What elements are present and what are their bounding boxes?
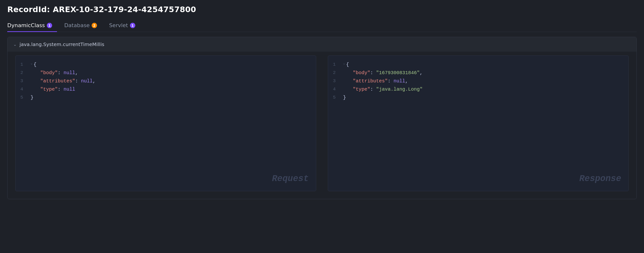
line-num: 5: [20, 94, 28, 101]
request-line-1: 1 ⌄ {: [20, 61, 311, 69]
tab-dynamic-class-badge: 1: [47, 23, 52, 28]
json-key: "body": [353, 69, 370, 77]
request-line-5: 5 }: [20, 94, 311, 102]
tab-servlet-label: Servlet: [109, 22, 128, 28]
json-key: "body": [40, 69, 58, 77]
tab-database-label: Database: [64, 22, 90, 28]
response-line-5: 5 }: [333, 94, 624, 102]
json-key: "attributes": [353, 77, 388, 85]
line-num: 5: [333, 94, 340, 101]
line-num: 1: [333, 61, 340, 68]
request-line-3: 3 "attributes" : null ,: [20, 77, 311, 85]
accordion-title: java.lang.System.currentTimeMillis: [20, 41, 104, 47]
chevron-down-icon: ⌄: [13, 42, 16, 47]
page-title: RecordId: AREX-10-32-179-24-4254757800: [7, 5, 637, 14]
json-value: "1679300831846": [376, 69, 420, 77]
json-value: null: [64, 69, 75, 77]
accordion-header[interactable]: ⌄ java.lang.System.currentTimeMillis: [8, 37, 636, 52]
json-key: "type": [353, 85, 370, 94]
response-line-2: 2 "body" : "1679300831846" ,: [333, 69, 624, 77]
line-num: 2: [333, 69, 340, 77]
tab-dynamic-class-label: DynamicClass: [7, 22, 45, 28]
request-line-2: 2 "body" : null ,: [20, 69, 311, 77]
request-panel: 1 ⌄ { 2 "body" : null , 3 "attributes" :…: [15, 55, 316, 191]
tab-database-badge: 2: [92, 23, 97, 28]
tab-dynamic-class[interactable]: DynamicClass 1: [7, 20, 57, 32]
tabs-container: DynamicClass 1 Database 2 Servlet 1: [7, 20, 637, 32]
tab-servlet[interactable]: Servlet 1: [109, 20, 140, 32]
line-num: 2: [20, 69, 28, 77]
brace: {: [34, 61, 36, 69]
response-watermark: Response: [579, 171, 621, 186]
response-line-4: 4 "type" : "java.lang.Long": [333, 85, 624, 94]
line-num: 4: [333, 85, 340, 93]
collapse-icon: ⌄: [343, 61, 345, 66]
json-value: null: [81, 77, 92, 85]
line-num: 3: [333, 77, 340, 85]
code-panels-wrapper: 1 ⌄ { 2 "body" : null , 3 "attributes" :…: [8, 52, 636, 199]
json-key: "type": [40, 85, 58, 94]
json-value: null: [64, 85, 75, 94]
line-num: 4: [20, 85, 28, 93]
brace: }: [343, 94, 346, 102]
tab-database[interactable]: Database 2: [64, 20, 102, 32]
accordion: ⌄ java.lang.System.currentTimeMillis 1 ⌄…: [7, 37, 637, 199]
tab-servlet-badge: 1: [130, 23, 135, 28]
response-line-3: 3 "attributes" : null ,: [333, 77, 624, 85]
json-value: "java.lang.Long": [376, 85, 422, 94]
request-line-4: 4 "type" : null: [20, 85, 311, 94]
brace: {: [346, 61, 349, 69]
json-key: "attributes": [40, 77, 75, 85]
json-value: null: [394, 77, 405, 85]
response-panel: 1 ⌄ { 2 "body" : "1679300831846" , 3 "at…: [328, 55, 629, 191]
collapse-icon: ⌄: [30, 61, 32, 66]
response-line-1: 1 ⌄ {: [333, 61, 624, 69]
request-watermark: Request: [272, 171, 309, 186]
line-num: 3: [20, 77, 28, 85]
brace: }: [30, 94, 34, 102]
line-num: 1: [20, 61, 28, 68]
